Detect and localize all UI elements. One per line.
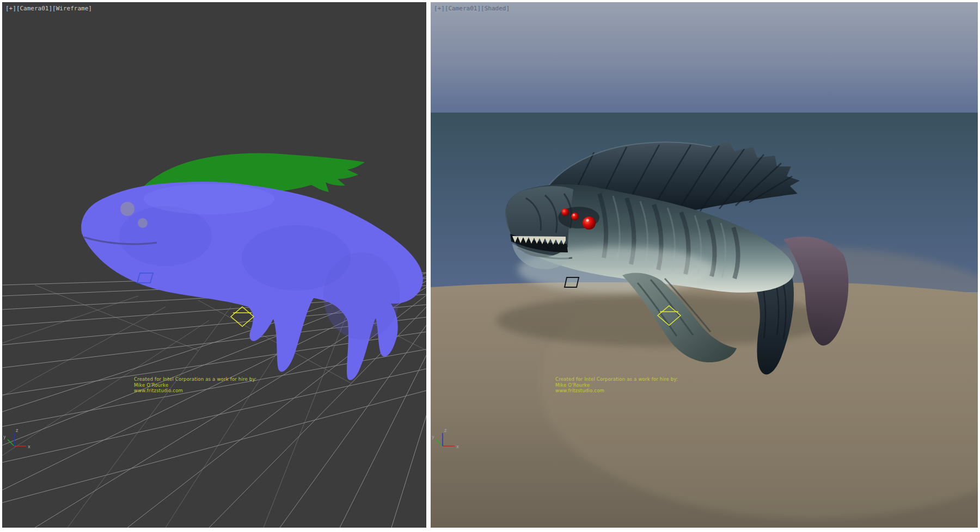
sky xyxy=(431,2,978,113)
fish-eye-main xyxy=(583,216,596,230)
viewport-menu-camera[interactable]: [Camera01] xyxy=(16,5,52,12)
viewport-label: [+][Camera01][Shaded] xyxy=(434,5,510,12)
viewport-menu-camera[interactable]: [Camera01] xyxy=(445,5,481,12)
fish-eye-left-2 xyxy=(138,218,148,228)
attribution-line-3: www.fritzstudio.com xyxy=(134,388,256,394)
x-axis-label: x xyxy=(28,444,30,449)
y-axis-label: y xyxy=(432,435,434,440)
viewport-shaded[interactable]: x y z [+][Camera01][Shaded] Created for … xyxy=(431,2,978,528)
attribution-line-2: Mike O'Rourke xyxy=(134,382,256,388)
viewport-menu-general[interactable]: [+] xyxy=(5,5,16,12)
attribution-line-1: Created for Intel Corporation as a work … xyxy=(134,376,256,382)
viewport-wireframe[interactable]: x y z [+][Camera01][Wireframe] Created f… xyxy=(2,2,426,528)
attribution-line-3: www.fritzstudio.com xyxy=(555,388,678,394)
dual-viewport-stage: x y z [+][Camera01][Wireframe] Created f… xyxy=(0,0,980,532)
viewport-label: [+][Camera01][Wireframe] xyxy=(5,5,92,12)
scene-attribution-text: Created for Intel Corporation as a work … xyxy=(134,376,256,394)
z-axis-label: z xyxy=(16,428,18,433)
helper-gizmo-diamond[interactable] xyxy=(231,307,254,326)
viewport-menu-shading[interactable]: [Wireframe] xyxy=(52,5,92,12)
attribution-line-1: Created for Intel Corporation as a work … xyxy=(555,376,678,382)
fish-eye-small-2 xyxy=(571,213,579,220)
y-axis-label: y xyxy=(3,435,6,440)
fish-eye-left xyxy=(120,202,134,216)
attribution-line-2: Mike O'Rourke xyxy=(555,382,678,388)
world-axis-tripod: x y z xyxy=(3,428,30,449)
fish-eye-small-1 xyxy=(561,208,569,216)
viewport-menu-general[interactable]: [+] xyxy=(434,5,445,12)
scene-attribution-text: Created for Intel Corporation as a work … xyxy=(555,376,678,394)
wireframe-canvas[interactable]: x y z xyxy=(2,2,426,528)
viewport-menu-shading[interactable]: [Shaded] xyxy=(481,5,510,12)
z-axis-label: z xyxy=(444,428,446,433)
x-axis-label: x xyxy=(456,444,459,449)
shaded-canvas[interactable]: x y z xyxy=(431,2,978,528)
